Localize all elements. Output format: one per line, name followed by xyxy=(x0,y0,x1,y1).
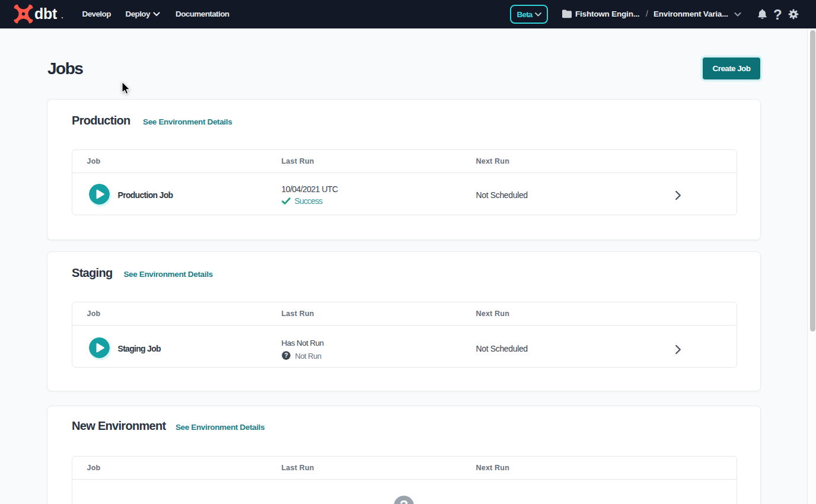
svg-text:?: ? xyxy=(284,352,288,359)
